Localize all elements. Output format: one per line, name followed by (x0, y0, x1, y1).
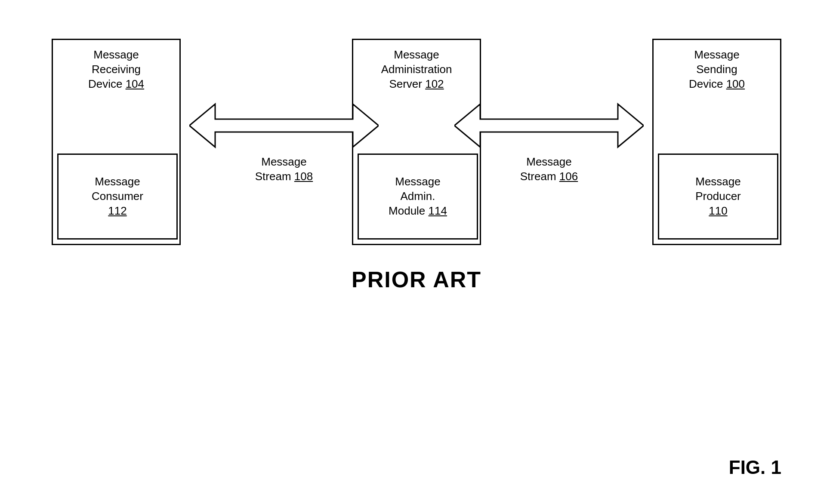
receiving-device-outer-box: Message Receiving Device 104 Message Con… (52, 39, 181, 245)
receiving-device-label: Message Receiving Device 104 (57, 48, 175, 91)
right-arrow-container: Message Stream 106 (446, 39, 652, 245)
svg-marker-0 (189, 104, 379, 147)
message-consumer-label: Message Consumer 112 (92, 175, 143, 218)
sending-device-label: Message Sending Device 100 (658, 48, 776, 91)
message-admin-module-label: Message Admin. Module 114 (389, 175, 447, 218)
message-producer-label: Message Producer 110 (695, 175, 741, 218)
left-arrow-container: Message Stream 108 (181, 39, 387, 245)
left-stream-label: Message Stream 108 (255, 155, 313, 184)
fig-label: FIG. 1 (729, 457, 781, 478)
sending-device-outer-box: Message Sending Device 100 Message Produ… (652, 39, 781, 245)
message-producer-box: Message Producer 110 (658, 154, 778, 240)
prior-art-label: PRIOR ART (352, 267, 481, 292)
svg-marker-1 (454, 104, 644, 147)
message-consumer-box: Message Consumer 112 (57, 154, 178, 240)
diagram-area: Message Receiving Device 104 Message Con… (26, 26, 807, 275)
left-stream-arrow (189, 100, 379, 151)
right-stream-label: Message Stream 106 (520, 155, 578, 184)
right-stream-arrow (454, 100, 644, 151)
